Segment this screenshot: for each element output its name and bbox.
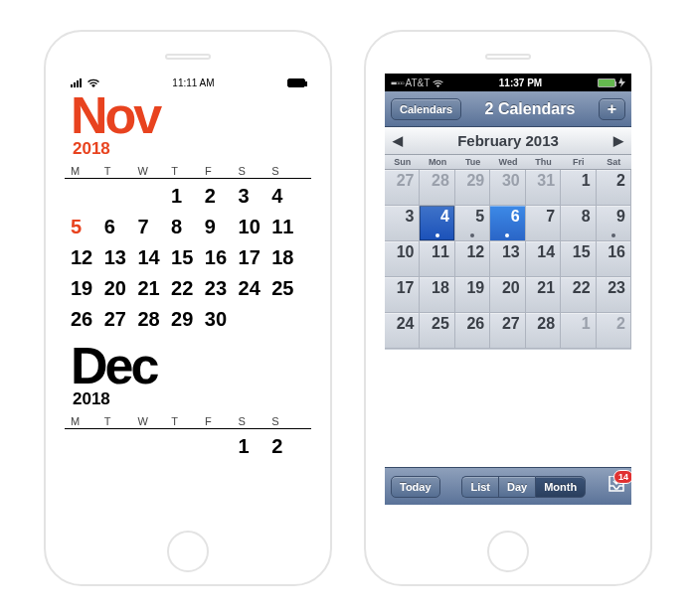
day-cell[interactable]: 3 [385, 206, 420, 241]
day-cell[interactable]: 2 [597, 313, 631, 349]
day-cell[interactable]: 20 [490, 277, 525, 313]
day-cell[interactable]: 9 [597, 206, 631, 241]
day-cell[interactable]: 29 [171, 304, 205, 335]
day-cell[interactable]: 21 [526, 277, 561, 313]
weekday-row: MTWTFSS [65, 163, 311, 179]
day-cell[interactable]: 2 [271, 431, 305, 462]
weekday-label: M [71, 415, 104, 427]
day-cell[interactable]: 6 [104, 212, 138, 242]
event-dot-icon [435, 233, 439, 237]
day-cell[interactable]: 19 [71, 273, 104, 304]
day-cell[interactable]: 14 [526, 241, 561, 277]
day-cell[interactable]: 8 [171, 212, 205, 242]
day-cell[interactable]: 8 [561, 206, 596, 241]
weekday-label: Wed [490, 155, 525, 169]
day-cell[interactable]: 1 [561, 170, 596, 206]
day-cell[interactable]: 13 [490, 241, 525, 277]
day-cell[interactable]: 19 [455, 277, 490, 313]
day-cell[interactable]: 30 [490, 170, 525, 206]
home-button[interactable] [487, 531, 529, 572]
day-cell[interactable]: 1 [171, 181, 205, 212]
toolbar: Today ListDayMonth 14 [385, 467, 631, 505]
weekday-label: S [239, 415, 272, 427]
add-event-button[interactable]: + [599, 98, 625, 120]
weekday-label: F [205, 165, 239, 177]
month-label-dec: Dec [65, 341, 311, 389]
day-cell[interactable]: 4 [271, 181, 305, 212]
day-cell[interactable]: 1 [239, 431, 272, 462]
day-cell[interactable]: 11 [420, 241, 454, 277]
day-cell[interactable]: 4 [420, 206, 454, 241]
weekday-label: T [104, 415, 138, 427]
day-cell[interactable]: 6 [490, 206, 525, 241]
day-cell[interactable]: 10 [239, 212, 272, 242]
day-cell[interactable]: 15 [171, 242, 205, 273]
day-cell[interactable]: 22 [561, 277, 596, 313]
day-cell[interactable]: 10 [385, 241, 420, 277]
day-cell[interactable]: 16 [205, 242, 239, 273]
day-cell[interactable]: 2 [205, 181, 239, 212]
inbox-button[interactable]: 14 [608, 476, 625, 497]
month-label: February 2013 [457, 132, 559, 149]
event-dot-icon [470, 233, 474, 237]
weekday-label: W [137, 415, 171, 427]
day-cell[interactable]: 17 [239, 242, 272, 273]
day-cell[interactable]: 27 [385, 170, 420, 206]
day-cell[interactable]: 14 [137, 242, 171, 273]
day-cell[interactable]: 28 [420, 170, 454, 206]
day-cell[interactable]: 17 [385, 277, 420, 313]
day-cell[interactable]: 13 [104, 242, 138, 273]
day-cell[interactable]: 18 [271, 242, 305, 273]
day-cell[interactable]: 7 [526, 206, 561, 241]
day-cell[interactable]: 26 [455, 313, 490, 349]
day-cell[interactable]: 26 [71, 304, 104, 335]
day-cell[interactable]: 1 [561, 313, 596, 349]
day-cell[interactable]: 23 [597, 277, 631, 313]
weekday-label: M [71, 165, 104, 177]
next-month-button[interactable]: ▶ [613, 133, 623, 148]
home-button[interactable] [167, 531, 209, 572]
weekday-label: T [171, 415, 205, 427]
status-time: 11:37 PM [499, 77, 542, 88]
day-cell[interactable]: 25 [420, 313, 454, 349]
day-cell[interactable]: 27 [104, 304, 138, 335]
view-list-button[interactable]: List [461, 476, 498, 498]
day-cell[interactable]: 24 [385, 313, 420, 349]
day-cell[interactable]: 11 [271, 212, 305, 242]
status-time: 11:11 AM [172, 77, 214, 88]
day-cell[interactable]: 16 [597, 241, 631, 277]
event-list-area[interactable] [385, 349, 631, 434]
day-cell[interactable]: 27 [490, 313, 525, 349]
day-cell[interactable]: 22 [171, 273, 205, 304]
day-cell[interactable]: 21 [137, 273, 171, 304]
day-cell[interactable]: 31 [526, 170, 561, 206]
day-cell[interactable]: 18 [420, 277, 454, 313]
screen-right: ▪▪▫▫▫ AT&T 11:37 PM Calendars 2 Calendar… [385, 74, 631, 505]
day-cell[interactable]: 28 [137, 304, 171, 335]
today-button[interactable]: Today [391, 476, 440, 498]
day-cell[interactable]: 20 [104, 273, 138, 304]
view-month-button[interactable]: Month [535, 476, 586, 498]
day-cell[interactable]: 24 [239, 273, 272, 304]
day-cell[interactable]: 28 [526, 313, 561, 349]
phone-left: 11:11 AM Nov2018MTWTFSS12345678910111213… [44, 30, 332, 586]
inbox-badge: 14 [613, 470, 631, 484]
day-cell[interactable]: 30 [205, 304, 239, 335]
view-day-button[interactable]: Day [498, 476, 535, 498]
day-cell[interactable]: 3 [239, 181, 272, 212]
day-cell[interactable]: 7 [137, 212, 171, 242]
day-cell[interactable]: 9 [205, 212, 239, 242]
weekday-label: S [271, 415, 305, 427]
day-cell[interactable]: 12 [455, 241, 490, 277]
day-cell[interactable]: 25 [271, 273, 305, 304]
day-cell[interactable]: 15 [561, 241, 596, 277]
prev-month-button[interactable]: ◀ [393, 133, 403, 148]
day-cell[interactable]: 2 [597, 170, 631, 206]
calendars-back-button[interactable]: Calendars [391, 98, 461, 120]
view-segment: ListDayMonth [446, 476, 602, 498]
day-cell[interactable]: 12 [71, 242, 104, 273]
day-cell[interactable]: 29 [455, 170, 490, 206]
day-cell[interactable]: 5 [455, 206, 490, 241]
day-cell[interactable]: 5 [71, 212, 104, 242]
day-cell[interactable]: 23 [205, 273, 239, 304]
